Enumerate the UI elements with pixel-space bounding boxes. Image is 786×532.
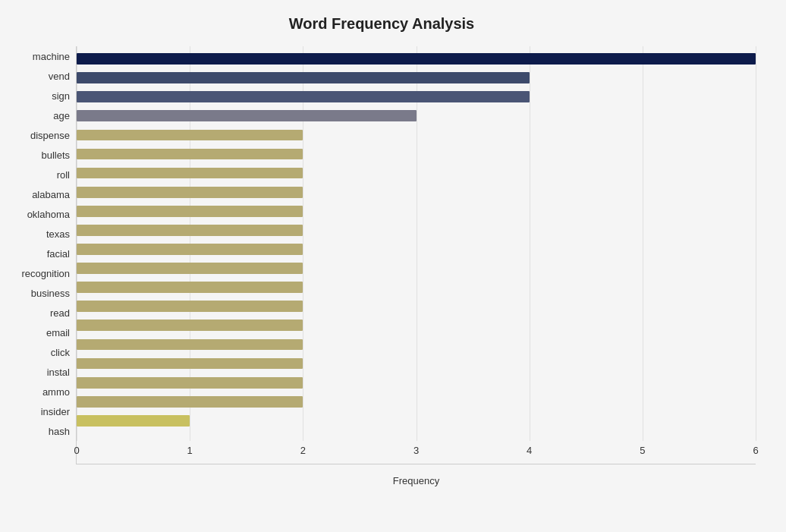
bar [77, 396, 303, 408]
y-label: read [50, 308, 70, 318]
bar-row [77, 49, 756, 68]
bar [77, 377, 303, 389]
bar-row [77, 297, 756, 316]
bar [77, 263, 303, 274]
bar-row [77, 68, 756, 87]
bar [77, 72, 530, 83]
y-label: hash [49, 427, 70, 436]
y-label: dispense [30, 131, 70, 140]
y-label: click [51, 348, 70, 357]
bar-row [77, 278, 756, 297]
bar-row [77, 183, 756, 202]
bar [77, 415, 190, 427]
bar-row [77, 316, 756, 335]
y-label: vend [49, 71, 70, 81]
y-label: facial [47, 249, 70, 259]
bar-row [77, 335, 756, 354]
x-tick: 6 [744, 445, 767, 456]
y-label: alabama [32, 190, 70, 200]
x-tick: 5 [631, 445, 654, 456]
y-label: ammo [42, 387, 70, 397]
bar-row [77, 392, 756, 411]
y-label: instal [47, 367, 70, 377]
bar [77, 244, 303, 255]
x-axis-label: Frequency [393, 475, 439, 486]
plot-area: Frequency 0123456 [76, 46, 756, 464]
bar [77, 358, 303, 370]
chart-title: Word Frequency Analysis [8, 15, 756, 33]
bar-row [77, 373, 756, 392]
chart-area: machinevendsignagedispensebulletsrollala… [8, 46, 756, 464]
bar-row [77, 411, 756, 430]
x-tick: 0 [65, 445, 88, 456]
y-label: insider [41, 407, 70, 417]
bar [77, 168, 303, 179]
y-label: age [53, 111, 70, 121]
y-label: oklahoma [27, 209, 70, 219]
bar [77, 91, 530, 102]
y-label: roll [57, 170, 70, 180]
y-label: recognition [21, 269, 70, 279]
y-label: business [31, 288, 70, 298]
x-tick: 1 [178, 445, 201, 456]
bar [77, 53, 756, 65]
x-tick: 4 [518, 445, 541, 456]
bar [77, 187, 303, 198]
bar [77, 339, 303, 351]
grid-line [756, 46, 756, 441]
bar-row [77, 202, 756, 221]
y-label: sign [52, 91, 70, 101]
bar-row [77, 164, 756, 183]
bar [77, 110, 417, 121]
bar [77, 206, 303, 217]
chart-container: Word Frequency Analysis machinevendsigna… [0, 0, 786, 532]
bar-row [77, 106, 756, 125]
x-tick: 2 [291, 445, 314, 456]
bar-row [77, 240, 756, 259]
y-label: email [46, 328, 70, 338]
bar [77, 320, 303, 331]
bars-wrapper [77, 46, 756, 433]
bar-row [77, 144, 756, 163]
x-axis: Frequency 0123456 [77, 433, 756, 464]
bar [77, 149, 303, 160]
bar [77, 225, 303, 236]
bar-row [77, 354, 756, 373]
bar-row [77, 221, 756, 240]
bar [77, 301, 303, 312]
y-label: bullets [41, 150, 70, 160]
x-tick: 3 [405, 445, 428, 456]
y-labels: machinevendsignagedispensebulletsrollala… [8, 46, 76, 464]
y-label: texas [46, 229, 70, 239]
bar-row [77, 125, 756, 144]
bar-row [77, 259, 756, 278]
bar [77, 282, 303, 293]
y-label: machine [33, 52, 70, 61]
x-tick-container: 0123456 [77, 449, 756, 464]
bar-row [77, 87, 756, 106]
bar [77, 130, 303, 141]
